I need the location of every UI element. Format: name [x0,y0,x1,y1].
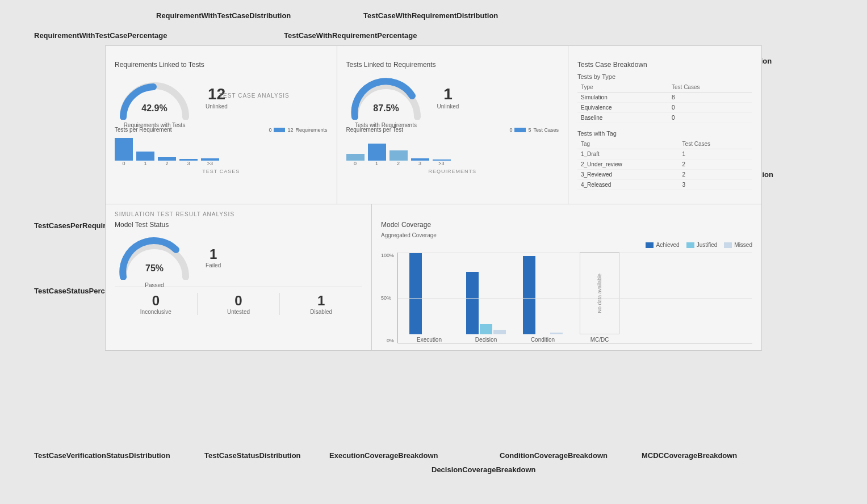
dec-achieved-bar [466,272,479,334]
tag-row-reviewed: 3_Reviewed 2 [577,170,752,180]
dec-label: Decision [475,337,497,343]
disabled-item: 1 Disabled [280,293,362,315]
chart-area: Execution Decision [397,253,752,343]
inconclusive-number: 0 [115,293,197,309]
tag-under-review-count: 2 [679,159,752,170]
dec-justified-bar [480,324,492,334]
tc-unlinked-number: 1 [437,85,459,103]
type-simulation-count: 8 [668,93,752,103]
req-axis-1: 1 [136,161,154,166]
tag-row-released: 4_Released 3 [577,180,752,190]
tag-col-header: Tag [577,139,679,149]
tag-tc-col-header: Test Cases [679,139,752,149]
bottom-section: SIMULATION TEST RESULT ANALYSIS Model Te… [106,204,761,350]
tc-legend-label: Test Cases [533,127,559,133]
tc-legend-color [514,128,526,132]
tc-unlinked-label: Unlinked [437,103,459,110]
tag-table: Tag Test Cases 1_Draft 1 2_Under_review … [577,139,752,190]
disabled-number: 1 [280,293,362,309]
breakdown-panel: Tests Case Breakdown Tests by Type Type … [568,46,761,204]
req-legend-max: 12 [287,127,293,133]
annotation-decision-cov: DecisionCoverageBreakdown [432,465,536,474]
req-axis-4: >3 [201,161,219,166]
y-axis: 100% 50% 0% [381,253,394,343]
tag-released-name: 4_Released [577,180,679,190]
untested-item: 0 Untested [198,293,280,315]
coverage-chart-wrapper: 100% 50% 0% [381,253,752,343]
mcdc-no-data-box: No data available [580,252,619,334]
breakdown-title: Tests Case Breakdown [577,61,752,69]
achieved-label: Achieved [656,242,679,248]
req-histogram [115,135,328,161]
req-bar-1 [136,152,154,161]
y-100: 100% [381,253,394,258]
requirements-linked-panel: Requirements Linked to Tests 42.9% Requi… [106,46,337,204]
tc-axis: 0 1 2 3 >3 [346,161,559,166]
bottom-status-items: 0 Inconclusive 0 Untested 1 Disabled [115,287,362,315]
req-axis: 0 1 2 3 >3 [115,161,328,166]
type-equivalence-count: 0 [668,103,752,113]
coverage-title: Model Coverage [381,221,752,229]
req-legend-min: 0 [269,127,271,133]
req-legend-color [274,128,285,132]
type-equivalence-name: Equivalence [577,103,668,113]
req-bar-0 [115,138,133,161]
disabled-label: Disabled [280,309,362,315]
type-baseline-count: 0 [668,113,752,123]
main-panel: TEST CASE ANALYSIS Requirements Linked t… [105,45,762,351]
justified-label: Justified [697,242,718,248]
req-linked-title: Requirements Linked to Tests [115,61,328,69]
tc-gauge-label: Tests with Requirements [346,122,426,128]
req-axis-title: TEST CASES [115,169,328,174]
by-type-title: Tests by Type [577,73,752,80]
tc-linked-gauge-row: 87.5% Tests with Requirements 1 Unlinked [346,74,559,120]
tc-bar-section: Requirements per Test 0 5 Test Cases [346,127,559,174]
tc-bar-1 [368,144,386,161]
annotation-mcdc-cov: MCDCCoverageBreakdown [642,451,737,460]
cond-missed-bar [550,333,563,334]
req-unlinked-label: Unlinked [206,103,228,110]
legend-achieved: Achieved [646,242,679,248]
tc-linked-title: Tests Linked to Requirements [346,61,559,69]
untested-label: Untested [198,309,280,315]
grid-100 [398,253,752,253]
y-50: 50% [381,295,394,301]
tc-legend-max: 5 [528,127,531,133]
tag-reviewed-count: 2 [679,170,752,180]
type-table: Type Test Cases Simulation 8 Equivalence… [577,82,752,123]
req-gauge-label: Requirements with Tests [115,122,194,128]
req-axis-0: 0 [115,161,133,166]
untested-number: 0 [198,293,280,309]
req-axis-2: 2 [158,161,176,166]
svg-text:75%: 75% [145,263,164,273]
cond-label: Condition [531,337,555,343]
tc-gauge-svg: 87.5% [346,74,426,120]
execution-bars [409,252,449,334]
type-baseline-name: Baseline [577,113,668,123]
svg-text:42.9%: 42.9% [141,103,167,113]
grid-50 [398,298,752,299]
missed-label: Missed [734,242,752,248]
type-simulation-name: Simulation [577,93,668,103]
tc-col-header: Test Cases [668,82,752,93]
annotation-tc-verif-dist: TestCaseVerificationStatusDistribution [34,451,170,460]
top-section: TEST CASE ANALYSIS Requirements Linked t… [106,46,761,204]
achieved-color [646,242,654,248]
tc-axis-3: 3 [411,161,429,166]
model-gauge-label: Passed [115,282,194,288]
annotation-tc-req-pct: TestCaseWithRequirementPercentage [284,31,417,40]
req-gauge-svg: 42.9% [115,74,194,120]
req-axis-3: 3 [179,161,198,166]
tag-draft-count: 1 [679,149,752,159]
tc-axis-4: >3 [433,161,451,166]
tag-row-under-review: 2_Under_review 2 [577,159,752,170]
tc-legend-min: 0 [509,127,512,133]
tc-axis-1: 1 [368,161,386,166]
annotation-req-dist: RequirementWithTestCaseDistribution [156,11,291,20]
coverage-subtitle: Aggregated Coverage [381,232,752,238]
tag-reviewed-name: 3_Reviewed [577,170,679,180]
model-gauge-svg: 75% [115,234,194,280]
exec-achieved-bar [409,253,422,334]
legend-justified: Justified [686,242,718,248]
tc-axis-0: 0 [346,161,365,166]
